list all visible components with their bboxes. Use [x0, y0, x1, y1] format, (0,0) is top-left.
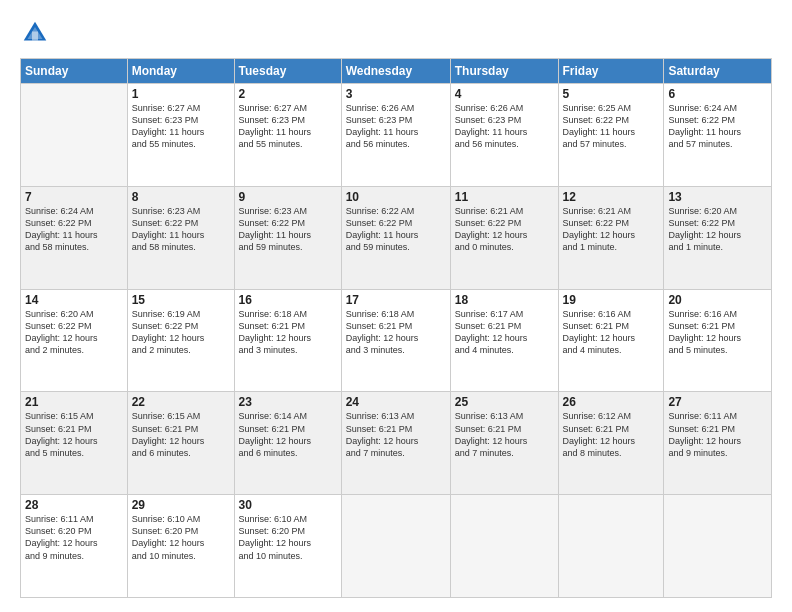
day-number: 5 [563, 87, 660, 101]
calendar-cell: 2Sunrise: 6:27 AM Sunset: 6:23 PM Daylig… [234, 84, 341, 187]
calendar-cell: 28Sunrise: 6:11 AM Sunset: 6:20 PM Dayli… [21, 495, 128, 598]
calendar-cell: 23Sunrise: 6:14 AM Sunset: 6:21 PM Dayli… [234, 392, 341, 495]
calendar-header-row: SundayMondayTuesdayWednesdayThursdayFrid… [21, 59, 772, 84]
calendar-cell: 5Sunrise: 6:25 AM Sunset: 6:22 PM Daylig… [558, 84, 664, 187]
day-number: 13 [668, 190, 767, 204]
day-info: Sunrise: 6:27 AM Sunset: 6:23 PM Dayligh… [239, 102, 337, 151]
day-info: Sunrise: 6:12 AM Sunset: 6:21 PM Dayligh… [563, 410, 660, 459]
day-info: Sunrise: 6:11 AM Sunset: 6:21 PM Dayligh… [668, 410, 767, 459]
day-info: Sunrise: 6:13 AM Sunset: 6:21 PM Dayligh… [455, 410, 554, 459]
calendar-week-row: 14Sunrise: 6:20 AM Sunset: 6:22 PM Dayli… [21, 289, 772, 392]
calendar-cell: 25Sunrise: 6:13 AM Sunset: 6:21 PM Dayli… [450, 392, 558, 495]
calendar-cell: 9Sunrise: 6:23 AM Sunset: 6:22 PM Daylig… [234, 186, 341, 289]
calendar-week-row: 21Sunrise: 6:15 AM Sunset: 6:21 PM Dayli… [21, 392, 772, 495]
calendar-cell: 18Sunrise: 6:17 AM Sunset: 6:21 PM Dayli… [450, 289, 558, 392]
day-number: 4 [455, 87, 554, 101]
day-number: 24 [346, 395, 446, 409]
day-header-monday: Monday [127, 59, 234, 84]
day-number: 9 [239, 190, 337, 204]
day-info: Sunrise: 6:24 AM Sunset: 6:22 PM Dayligh… [668, 102, 767, 151]
day-number: 3 [346, 87, 446, 101]
day-info: Sunrise: 6:13 AM Sunset: 6:21 PM Dayligh… [346, 410, 446, 459]
day-header-friday: Friday [558, 59, 664, 84]
day-info: Sunrise: 6:23 AM Sunset: 6:22 PM Dayligh… [132, 205, 230, 254]
day-info: Sunrise: 6:20 AM Sunset: 6:22 PM Dayligh… [25, 308, 123, 357]
day-info: Sunrise: 6:16 AM Sunset: 6:21 PM Dayligh… [668, 308, 767, 357]
calendar-cell: 13Sunrise: 6:20 AM Sunset: 6:22 PM Dayli… [664, 186, 772, 289]
calendar-cell: 11Sunrise: 6:21 AM Sunset: 6:22 PM Dayli… [450, 186, 558, 289]
day-number: 16 [239, 293, 337, 307]
day-number: 2 [239, 87, 337, 101]
calendar-cell: 12Sunrise: 6:21 AM Sunset: 6:22 PM Dayli… [558, 186, 664, 289]
day-number: 7 [25, 190, 123, 204]
day-info: Sunrise: 6:10 AM Sunset: 6:20 PM Dayligh… [132, 513, 230, 562]
calendar-week-row: 28Sunrise: 6:11 AM Sunset: 6:20 PM Dayli… [21, 495, 772, 598]
day-number: 22 [132, 395, 230, 409]
day-number: 14 [25, 293, 123, 307]
calendar-cell: 1Sunrise: 6:27 AM Sunset: 6:23 PM Daylig… [127, 84, 234, 187]
day-number: 17 [346, 293, 446, 307]
day-number: 6 [668, 87, 767, 101]
day-number: 11 [455, 190, 554, 204]
day-number: 26 [563, 395, 660, 409]
day-number: 27 [668, 395, 767, 409]
day-info: Sunrise: 6:19 AM Sunset: 6:22 PM Dayligh… [132, 308, 230, 357]
day-number: 23 [239, 395, 337, 409]
day-number: 21 [25, 395, 123, 409]
day-number: 8 [132, 190, 230, 204]
calendar-cell: 21Sunrise: 6:15 AM Sunset: 6:21 PM Dayli… [21, 392, 128, 495]
day-header-thursday: Thursday [450, 59, 558, 84]
calendar-cell: 27Sunrise: 6:11 AM Sunset: 6:21 PM Dayli… [664, 392, 772, 495]
calendar-cell: 20Sunrise: 6:16 AM Sunset: 6:21 PM Dayli… [664, 289, 772, 392]
day-info: Sunrise: 6:20 AM Sunset: 6:22 PM Dayligh… [668, 205, 767, 254]
calendar-cell: 6Sunrise: 6:24 AM Sunset: 6:22 PM Daylig… [664, 84, 772, 187]
calendar-cell [341, 495, 450, 598]
day-info: Sunrise: 6:15 AM Sunset: 6:21 PM Dayligh… [25, 410, 123, 459]
logo-icon [20, 18, 50, 48]
calendar-cell: 10Sunrise: 6:22 AM Sunset: 6:22 PM Dayli… [341, 186, 450, 289]
day-info: Sunrise: 6:26 AM Sunset: 6:23 PM Dayligh… [455, 102, 554, 151]
day-header-sunday: Sunday [21, 59, 128, 84]
day-info: Sunrise: 6:14 AM Sunset: 6:21 PM Dayligh… [239, 410, 337, 459]
day-number: 20 [668, 293, 767, 307]
day-info: Sunrise: 6:11 AM Sunset: 6:20 PM Dayligh… [25, 513, 123, 562]
calendar-cell: 24Sunrise: 6:13 AM Sunset: 6:21 PM Dayli… [341, 392, 450, 495]
calendar-cell: 8Sunrise: 6:23 AM Sunset: 6:22 PM Daylig… [127, 186, 234, 289]
day-info: Sunrise: 6:18 AM Sunset: 6:21 PM Dayligh… [239, 308, 337, 357]
day-info: Sunrise: 6:15 AM Sunset: 6:21 PM Dayligh… [132, 410, 230, 459]
page: SundayMondayTuesdayWednesdayThursdayFrid… [0, 0, 792, 612]
calendar-cell [21, 84, 128, 187]
day-info: Sunrise: 6:27 AM Sunset: 6:23 PM Dayligh… [132, 102, 230, 151]
svg-rect-2 [32, 32, 38, 41]
day-info: Sunrise: 6:21 AM Sunset: 6:22 PM Dayligh… [563, 205, 660, 254]
day-header-wednesday: Wednesday [341, 59, 450, 84]
day-info: Sunrise: 6:18 AM Sunset: 6:21 PM Dayligh… [346, 308, 446, 357]
calendar: SundayMondayTuesdayWednesdayThursdayFrid… [20, 58, 772, 598]
day-number: 29 [132, 498, 230, 512]
day-info: Sunrise: 6:17 AM Sunset: 6:21 PM Dayligh… [455, 308, 554, 357]
calendar-cell: 30Sunrise: 6:10 AM Sunset: 6:20 PM Dayli… [234, 495, 341, 598]
calendar-cell: 4Sunrise: 6:26 AM Sunset: 6:23 PM Daylig… [450, 84, 558, 187]
calendar-cell: 17Sunrise: 6:18 AM Sunset: 6:21 PM Dayli… [341, 289, 450, 392]
day-info: Sunrise: 6:23 AM Sunset: 6:22 PM Dayligh… [239, 205, 337, 254]
day-number: 18 [455, 293, 554, 307]
day-number: 1 [132, 87, 230, 101]
calendar-cell [450, 495, 558, 598]
day-header-saturday: Saturday [664, 59, 772, 84]
day-info: Sunrise: 6:22 AM Sunset: 6:22 PM Dayligh… [346, 205, 446, 254]
day-info: Sunrise: 6:26 AM Sunset: 6:23 PM Dayligh… [346, 102, 446, 151]
calendar-cell: 19Sunrise: 6:16 AM Sunset: 6:21 PM Dayli… [558, 289, 664, 392]
logo [20, 18, 56, 48]
calendar-cell: 16Sunrise: 6:18 AM Sunset: 6:21 PM Dayli… [234, 289, 341, 392]
calendar-cell [558, 495, 664, 598]
day-number: 19 [563, 293, 660, 307]
day-number: 25 [455, 395, 554, 409]
calendar-week-row: 1Sunrise: 6:27 AM Sunset: 6:23 PM Daylig… [21, 84, 772, 187]
calendar-cell [664, 495, 772, 598]
calendar-cell: 15Sunrise: 6:19 AM Sunset: 6:22 PM Dayli… [127, 289, 234, 392]
calendar-cell: 14Sunrise: 6:20 AM Sunset: 6:22 PM Dayli… [21, 289, 128, 392]
day-info: Sunrise: 6:25 AM Sunset: 6:22 PM Dayligh… [563, 102, 660, 151]
calendar-cell: 22Sunrise: 6:15 AM Sunset: 6:21 PM Dayli… [127, 392, 234, 495]
day-number: 30 [239, 498, 337, 512]
header [20, 18, 772, 48]
